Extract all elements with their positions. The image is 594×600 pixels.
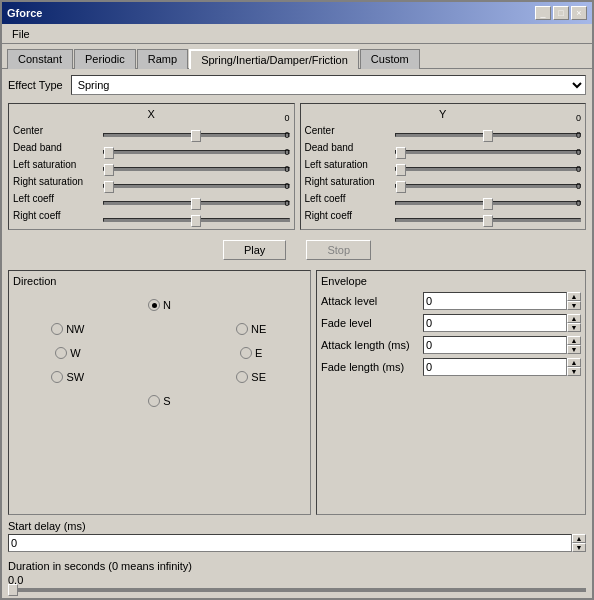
fade-level-label: Fade level: [321, 317, 423, 329]
x-leftcoeff-value: 0: [284, 181, 289, 191]
duration-slider[interactable]: [8, 588, 586, 592]
direction-NE-label: NE: [251, 323, 266, 335]
fade-level-input[interactable]: [423, 314, 567, 332]
direction-NW-label: NW: [66, 323, 84, 335]
direction-panel: Direction N NW NE: [8, 270, 311, 515]
x-leftcoeff-track: [103, 201, 290, 205]
tab-spring[interactable]: Spring/Inertia/Damper/Friction: [189, 49, 359, 69]
y-leftsat-track: [395, 167, 582, 171]
y-center-label: Center: [305, 125, 395, 136]
x-leftsat-slider-container: 0: [103, 157, 290, 171]
direction-NE[interactable]: NE: [206, 318, 296, 340]
start-delay-spin: ▲ ▼: [572, 534, 586, 552]
stop-button[interactable]: Stop: [306, 240, 371, 260]
radio-SE: [236, 371, 248, 383]
start-delay-input[interactable]: [8, 534, 572, 552]
fade-level-input-container: ▲ ▼: [423, 314, 581, 332]
x-deadband-row: Dead band 0: [13, 140, 290, 154]
y-rightcoeff-value: 0: [576, 198, 581, 208]
duration-section: Duration in seconds (0 means infinity) 0…: [8, 560, 586, 592]
effect-type-row: Effect Type Spring: [8, 75, 586, 95]
start-delay-down[interactable]: ▼: [572, 543, 586, 552]
fade-length-input-container: ▲ ▼: [423, 358, 581, 376]
radio-SW: [51, 371, 63, 383]
direction-S[interactable]: S: [115, 390, 205, 412]
play-button[interactable]: Play: [223, 240, 286, 260]
x-rightsat-track: [103, 184, 290, 188]
attack-level-spin: ▲ ▼: [567, 292, 581, 310]
x-rightcoeff-track: [103, 218, 290, 222]
direction-W-label: W: [70, 347, 80, 359]
fade-level-down[interactable]: ▼: [567, 323, 581, 332]
fade-length-up[interactable]: ▲: [567, 358, 581, 367]
y-deadband-label: Dead band: [305, 142, 395, 153]
x-rightcoeff-slider-container: 0: [103, 208, 290, 222]
attack-length-label: Attack length (ms): [321, 339, 423, 351]
direction-SE-label: SE: [251, 371, 266, 383]
radio-S: [148, 395, 160, 407]
direction-E[interactable]: E: [206, 342, 296, 364]
maximize-button[interactable]: □: [553, 6, 569, 20]
tab-ramp[interactable]: Ramp: [137, 49, 188, 69]
direction-E-label: E: [255, 347, 262, 359]
y-rightcoeff-track: [395, 218, 582, 222]
radio-NE: [236, 323, 248, 335]
attack-level-down[interactable]: ▼: [567, 301, 581, 310]
x-leftsat-value: 0: [284, 147, 289, 157]
x-rightsat-label: Right saturation: [13, 176, 103, 187]
attack-level-up[interactable]: ▲: [567, 292, 581, 301]
minimize-button[interactable]: _: [535, 6, 551, 20]
direction-W[interactable]: W: [23, 342, 113, 364]
y-rightcoeff-slider-container: 0: [395, 208, 582, 222]
duration-thumb[interactable]: [8, 584, 18, 596]
attack-length-up[interactable]: ▲: [567, 336, 581, 345]
duration-label: Duration in seconds (0 means infinity): [8, 560, 586, 572]
x-leftcoeff-label: Left coeff: [13, 193, 103, 204]
x-rightcoeff-thumb[interactable]: [191, 215, 201, 227]
direction-SW[interactable]: SW: [23, 366, 113, 388]
x-rightcoeff-row: Right coeff 0: [13, 208, 290, 222]
x-rightcoeff-label: Right coeff: [13, 210, 103, 221]
window-title: Gforce: [7, 7, 42, 19]
start-delay-up[interactable]: ▲: [572, 534, 586, 543]
direction-title: Direction: [13, 275, 306, 287]
direction-NW[interactable]: NW: [23, 318, 113, 340]
direction-N-label: N: [163, 299, 171, 311]
fade-length-spin: ▲ ▼: [567, 358, 581, 376]
y-rightsat-label: Right saturation: [305, 176, 395, 187]
file-menu[interactable]: File: [6, 27, 36, 41]
envelope-panel: Envelope Attack level ▲ ▼ Fade level: [316, 270, 586, 515]
direction-SE[interactable]: SE: [206, 366, 296, 388]
y-leftcoeff-label: Left coeff: [305, 193, 395, 204]
y-leftcoeff-row: Left coeff 0: [305, 191, 582, 205]
tab-custom[interactable]: Custom: [360, 49, 420, 69]
x-leftsat-label: Left saturation: [13, 159, 103, 170]
y-panel: Y Center 0 Dead band 0: [300, 103, 587, 230]
close-button[interactable]: ×: [571, 6, 587, 20]
y-rightcoeff-thumb[interactable]: [483, 215, 493, 227]
fade-length-down[interactable]: ▼: [567, 367, 581, 376]
tabs-row: Constant Periodic Ramp Spring/Inertia/Da…: [2, 44, 592, 68]
attack-level-input[interactable]: [423, 292, 567, 310]
radio-E: [240, 347, 252, 359]
playback-buttons: Play Stop: [8, 235, 586, 265]
direction-N[interactable]: N: [115, 294, 205, 316]
y-center-value: 0: [576, 113, 581, 123]
y-rightcoeff-row: Right coeff 0: [305, 208, 582, 222]
y-deadband-slider-container: 0: [395, 140, 582, 154]
fade-level-up[interactable]: ▲: [567, 314, 581, 323]
fade-length-input[interactable]: [423, 358, 567, 376]
y-leftcoeff-track: [395, 201, 582, 205]
x-leftcoeff-row: Left coeff 0: [13, 191, 290, 205]
tab-periodic[interactable]: Periodic: [74, 49, 136, 69]
y-rightsat-row: Right saturation 0: [305, 174, 582, 188]
y-center-row: Center 0: [305, 123, 582, 137]
effect-type-select[interactable]: Spring: [71, 75, 586, 95]
radio-W: [55, 347, 67, 359]
radio-N: [148, 299, 160, 311]
attack-length-input[interactable]: [423, 336, 567, 354]
y-deadband-value: 0: [576, 130, 581, 140]
tab-constant[interactable]: Constant: [7, 49, 73, 69]
attack-length-down[interactable]: ▼: [567, 345, 581, 354]
x-rightcoeff-value: 0: [284, 198, 289, 208]
